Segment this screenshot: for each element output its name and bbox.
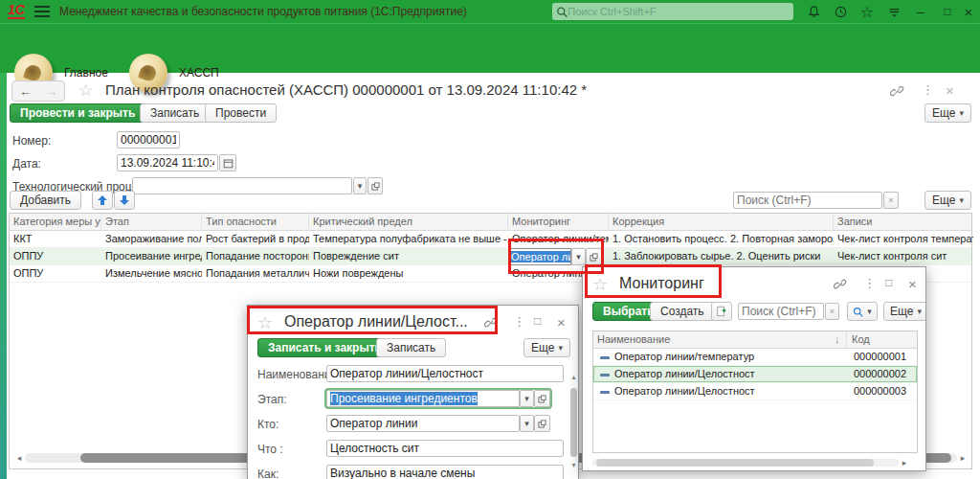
monitoring-cell-editor[interactable]: Оператор линии ▾ [508,248,602,265]
table-row-selected[interactable]: ОППУ Просеивание ингреди... Попадание по… [10,248,971,265]
forward-button[interactable]: → [38,81,64,101]
add-row-button[interactable]: Добавить [10,191,81,210]
save-button[interactable]: Записать [376,338,446,357]
copy-link-icon[interactable] [890,84,904,99]
minimize-button[interactable]: – [909,2,932,21]
table-header: Категория меры уп... Этап Тип опасности … [10,214,971,231]
create-button[interactable]: Создать [650,302,715,321]
close-dialog-button[interactable]: × [908,276,917,292]
dialog-menu-kebab-icon[interactable]: ⋮ [513,314,525,329]
code-column-header[interactable]: Код [852,331,870,348]
item-name: Оператор линии/Целостност [614,383,842,399]
close-dialog-button[interactable]: × [557,314,566,331]
table-search-input[interactable] [733,192,882,209]
col-correction[interactable]: Коррекция [609,214,834,231]
col-stage[interactable]: Этап [101,214,202,231]
scroll-up-icon[interactable]: ▴ [569,373,578,381]
col-hazard-type[interactable]: Тип опасности [202,214,309,231]
catalog-item-icon [600,356,610,359]
item-dialog-more-button[interactable]: Еще▾ [523,338,570,357]
search-icon [556,6,568,18]
col-category[interactable]: Категория меры уп... [10,214,101,231]
scroll-thumb[interactable] [570,388,577,457]
scroll-left-icon[interactable]: ◂ [13,453,25,463]
search-mode-button[interactable]: ▾ [847,302,878,321]
scroll-right-icon[interactable]: ▸ [957,453,969,463]
who-open-icon[interactable] [534,415,550,432]
write-button[interactable]: Записать [140,103,210,123]
scroll-down-icon[interactable]: ▾ [569,461,578,469]
cell: 1. Заблокировать сырье. 2. Оценить риски [609,248,834,265]
list-item-selected[interactable]: Оператор линии/Целостност 000000002 [593,366,917,383]
notifications-bell-icon[interactable] [802,2,825,21]
monitoring-select-dialog: ☆ Мониторинг ⋮ □ × Выбрать Создать × ▾ Е… [582,266,926,471]
post-and-close-button[interactable]: Провести и закрыть [10,103,145,123]
form-more-button[interactable]: Еще▾ [924,103,971,123]
cell: Чек-лист контроля сит [834,248,973,265]
form-menu-kebab-icon[interactable]: ⋮ [922,82,934,97]
list-search-clear-icon[interactable]: × [825,303,839,320]
number-input[interactable] [117,131,180,148]
name-column-header[interactable]: Наименование [597,331,670,348]
cell-editor-value[interactable]: Оператор линии [511,251,571,262]
name-input[interactable] [326,365,564,382]
maximize-button[interactable]: □ [936,2,959,21]
save-and-close-button[interactable]: Записать и закрыть [257,338,392,357]
list-item[interactable]: Оператор линии/Целостност 000000003 [593,383,917,400]
cell: ОППУ [10,265,101,283]
close-form-button[interactable]: × [946,82,954,99]
dialog-vscrollbar[interactable]: ▴ ▾ [569,386,578,479]
1c-logo: 1С [8,3,25,19]
favorite-star-icon[interactable]: ☆ [592,274,608,295]
close-window-button[interactable]: × [957,2,980,21]
col-monitoring[interactable]: Мониторинг [508,214,609,231]
list-hscrollbar[interactable]: ▸ [592,456,910,469]
process-input[interactable] [132,177,352,194]
move-down-icon [120,195,129,205]
cell-open-icon[interactable] [586,248,602,265]
number-label: Номер: [12,134,51,148]
list-item[interactable]: Оператор линии/температур 000000001 [593,349,917,366]
list-search-input[interactable] [738,303,824,320]
post-button[interactable]: Провести [205,103,277,123]
select-dialog-more-button[interactable]: Еще▾ [883,302,926,321]
col-records[interactable]: Записи [834,214,973,231]
how-input[interactable] [326,465,564,479]
maximize-dialog-button[interactable]: □ [534,314,541,328]
who-dropdown-icon[interactable]: ▾ [520,415,534,432]
create-by-copy-button[interactable] [711,302,732,321]
what-label: Что : [257,443,283,456]
stage-input[interactable]: Просеивание ингредиентов [330,392,478,405]
table-row[interactable]: ККТ Замораживание полу... Рост бактерий … [10,231,971,248]
move-down-button[interactable] [114,191,135,210]
favorite-star-icon[interactable]: ☆ [78,80,93,101]
global-search-box[interactable] [552,3,793,20]
copy-link-icon[interactable] [484,316,498,330]
stage-open-icon[interactable] [534,390,550,407]
table-search-clear-icon[interactable]: × [883,192,899,209]
stage-dropdown-icon[interactable]: ▾ [520,390,534,407]
back-button[interactable]: ← [12,81,38,101]
move-up-button[interactable] [92,191,113,210]
scroll-thumb[interactable] [596,459,874,467]
cell-dropdown-icon[interactable]: ▾ [571,248,586,265]
main-menu-icon[interactable] [34,6,50,17]
date-input[interactable] [117,154,218,171]
global-search-input[interactable] [568,6,790,17]
maximize-dialog-button[interactable]: □ [885,276,892,289]
favorites-star-icon[interactable]: ☆ [856,2,879,21]
dialog-menu-kebab-icon[interactable]: ⋮ [863,276,876,290]
history-icon[interactable] [829,2,852,21]
table-more-button[interactable]: Еще▾ [924,191,971,210]
calendar-icon[interactable] [219,154,236,171]
copy-link-icon[interactable] [834,278,847,291]
scroll-right-icon[interactable]: ▸ [899,458,910,468]
col-critical-limit[interactable]: Критический предел [309,214,508,231]
what-input[interactable] [326,440,564,457]
process-open-icon[interactable] [368,177,383,194]
favorite-star-icon[interactable]: ☆ [257,312,273,333]
who-input[interactable] [326,415,520,432]
process-dropdown-icon[interactable]: ▾ [353,177,367,194]
item-name: Оператор линии/Целостност [614,366,842,382]
service-menu-icon[interactable] [882,2,905,21]
